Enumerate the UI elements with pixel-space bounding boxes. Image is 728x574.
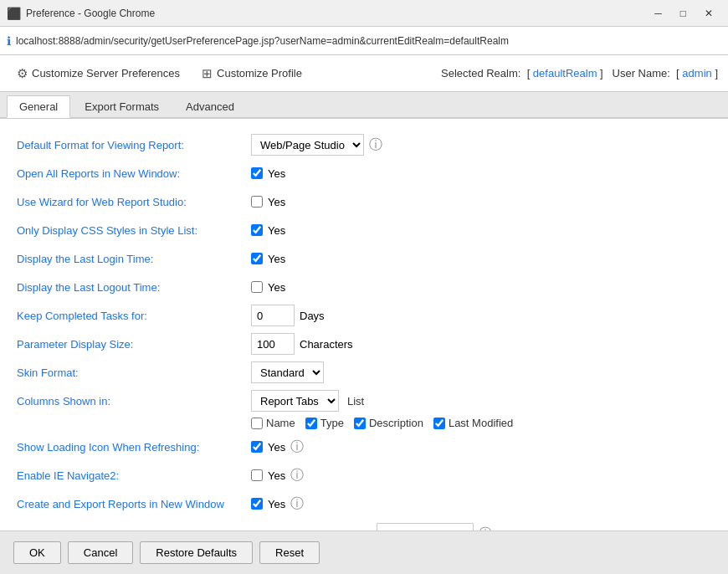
col-description-label: Description <box>369 417 423 429</box>
browser-icon: ⬛ <box>7 7 21 20</box>
customize-server-link[interactable]: ⚙ Customize Server Preferences <box>10 63 187 85</box>
footer: OK Cancel Restore Defaults Reset <box>0 530 728 574</box>
show-loading-info-icon[interactable]: ⓘ <box>290 438 304 456</box>
tab-export-formats[interactable]: Export Formats <box>72 95 172 117</box>
enable-ie-info-icon[interactable]: ⓘ <box>290 467 304 484</box>
username-value: admin <box>682 67 711 79</box>
tab-advanced[interactable]: Advanced <box>173 95 247 117</box>
use-wizard-row: Use Wizard for Web Report Studio: Yes <box>17 189 711 214</box>
default-format-value: Web/Page Studio HTML PDF Excel ⓘ <box>251 134 382 156</box>
display-last-login-value: Yes <box>251 253 285 265</box>
use-wizard-label: Use Wizard for Web Report Studio: <box>17 196 251 208</box>
open-all-reports-row: Open All Reports in New Window: Yes <box>17 161 711 186</box>
enable-ie-checkbox[interactable] <box>251 469 263 481</box>
web-report-row: When web report template cannot work pro… <box>17 521 711 530</box>
maximize-button[interactable]: □ <box>672 4 695 23</box>
enable-ie-yes: Yes <box>268 469 285 482</box>
param-display-value: Characters <box>251 333 353 355</box>
display-last-login-yes: Yes <box>268 253 285 265</box>
open-all-reports-yes: Yes <box>268 167 285 180</box>
display-last-logout-checkbox[interactable] <box>251 281 263 293</box>
web-report-value: Show warning Ignore Stop ⓘ <box>377 523 492 530</box>
url-display: localhost:8888/admin/security/getUserPre… <box>16 35 721 47</box>
customize-server-label: Customize Server Preferences <box>32 67 180 79</box>
display-last-logout-row: Display the Last Logout Time: Yes <box>17 274 711 300</box>
skin-format-row: Skin Format: Standard Modern Classic <box>17 360 711 385</box>
window-title: Preference - Google Chrome <box>26 8 646 19</box>
default-format-select[interactable]: Web/Page Studio HTML PDF Excel <box>251 134 364 156</box>
columns-shown-select[interactable]: Report Tabs List View All <box>251 390 339 412</box>
tabs-bar: General Export Formats Advanced <box>0 92 728 119</box>
show-loading-row: Show Loading Icon When Refreshing: Yes ⓘ <box>17 434 711 459</box>
skin-format-select[interactable]: Standard Modern Classic <box>251 361 324 383</box>
enable-ie-row: Enable IE Navigate2: Yes ⓘ <box>17 463 711 488</box>
create-export-info-icon[interactable]: ⓘ <box>290 495 304 513</box>
col-type-label: Type <box>320 417 344 429</box>
open-all-reports-checkbox[interactable] <box>251 167 263 179</box>
col-last-modified-label: Last Modified <box>449 417 513 429</box>
columns-shown-row: Columns Shown in: Report Tabs List View … <box>17 388 711 413</box>
only-display-css-row: Only Display CSS Styles in Style List: Y… <box>17 218 711 243</box>
only-display-css-label: Only Display CSS Styles in Style List: <box>17 224 251 237</box>
tab-general[interactable]: General <box>7 95 70 118</box>
show-loading-value: Yes ⓘ <box>251 438 304 456</box>
default-format-info-icon[interactable]: ⓘ <box>369 136 382 154</box>
reset-button[interactable]: Reset <box>259 541 320 564</box>
title-bar: ⬛ Preference - Google Chrome ─ □ ✕ <box>0 0 728 27</box>
restore-defaults-button[interactable]: Restore Defaults <box>140 541 253 564</box>
columns-list-label: List <box>347 395 364 407</box>
skin-format-label: Skin Format: <box>17 366 251 379</box>
gear-icon: ⚙ <box>17 66 28 81</box>
create-export-checkbox[interactable] <box>251 498 263 510</box>
username-label: User Name: <box>613 67 670 79</box>
col-description-item: Description <box>354 417 423 429</box>
only-display-css-checkbox[interactable] <box>251 224 263 236</box>
realm-value: defaultRealm <box>533 67 597 79</box>
default-format-row: Default Format for Viewing Report: Web/P… <box>17 132 711 157</box>
enable-ie-value: Yes ⓘ <box>251 467 304 484</box>
open-all-reports-label: Open All Reports in New Window: <box>17 167 251 180</box>
param-display-row: Parameter Display Size: Characters <box>17 331 711 356</box>
only-display-css-yes: Yes <box>268 224 285 237</box>
create-export-label: Create and Export Reports in New Window <box>17 498 251 510</box>
keep-completed-unit: Days <box>300 310 325 322</box>
col-name-item: Name <box>251 417 295 429</box>
show-loading-checkbox[interactable] <box>251 441 263 453</box>
default-format-label: Default Format for Viewing Report: <box>17 139 251 151</box>
keep-completed-label: Keep Completed Tasks for: <box>17 310 251 322</box>
realm-label: Selected Realm: <box>441 67 520 79</box>
info-icon: ℹ <box>7 34 11 48</box>
show-loading-yes: Yes <box>268 441 285 454</box>
use-wizard-value: Yes <box>251 196 285 208</box>
customize-profile-label: Customize Profile <box>217 67 302 79</box>
create-export-row: Create and Export Reports in New Window … <box>17 491 711 516</box>
customize-profile-link[interactable]: ⊞ Customize Profile <box>195 63 309 85</box>
param-display-input[interactable] <box>251 333 295 355</box>
columns-shown-value: Report Tabs List View All List <box>251 390 364 412</box>
web-report-select[interactable]: Show warning Ignore Stop <box>377 523 474 530</box>
keep-completed-input[interactable] <box>251 305 295 326</box>
minimize-button[interactable]: ─ <box>646 4 670 23</box>
keep-completed-value: Days <box>251 305 325 326</box>
ok-button[interactable]: OK <box>13 541 61 564</box>
columns-shown-label: Columns Shown in: <box>17 395 251 407</box>
keep-completed-row: Keep Completed Tasks for: Days <box>17 303 711 328</box>
display-last-login-label: Display the Last Login Time: <box>17 253 251 265</box>
realm-user-info: Selected Realm: [ defaultRealm ] User Na… <box>441 67 718 79</box>
col-last-modified-checkbox[interactable] <box>433 418 445 429</box>
cancel-button[interactable]: Cancel <box>68 541 133 564</box>
use-wizard-checkbox[interactable] <box>251 196 263 208</box>
create-export-yes: Yes <box>268 498 285 510</box>
open-all-reports-value: Yes <box>251 167 285 180</box>
main-content: Default Format for Viewing Report: Web/P… <box>0 119 728 530</box>
display-last-logout-label: Display the Last Logout Time: <box>17 281 251 294</box>
display-last-login-checkbox[interactable] <box>251 253 263 264</box>
close-button[interactable]: ✕ <box>696 4 721 23</box>
col-type-item: Type <box>305 417 344 429</box>
columns-checkboxes-row: Name Type Description Last Modified <box>251 417 711 429</box>
col-type-checkbox[interactable] <box>305 418 317 429</box>
col-name-checkbox[interactable] <box>251 418 263 429</box>
web-report-info-icon[interactable]: ⓘ <box>479 525 492 531</box>
col-description-checkbox[interactable] <box>354 418 366 429</box>
app-header: ⚙ Customize Server Preferences ⊞ Customi… <box>0 55 728 92</box>
